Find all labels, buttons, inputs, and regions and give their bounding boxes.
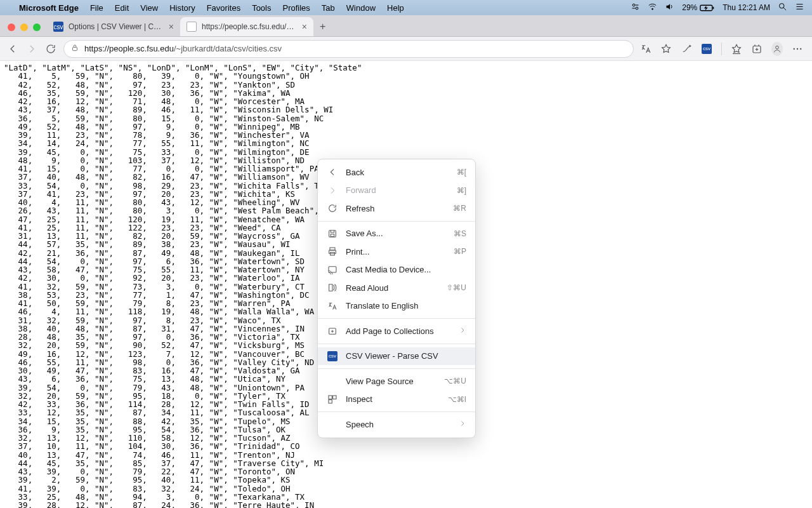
print-icon [327,246,338,257]
context-menu-item[interactable]: Back⌘[ [318,163,475,182]
refresh-icon [327,203,338,213]
context-menu-item[interactable]: Read Aloud⇧⌘U [318,279,475,297]
context-menu-separator [318,368,475,369]
save-icon [327,229,338,239]
context-menu-item[interactable]: Cast Media to Device... [318,261,475,279]
back-icon [327,167,338,177]
extension-icon-1[interactable] [681,43,692,55]
window-close-button[interactable] [8,23,15,31]
context-menu-separator [318,344,475,344]
context-menu-item[interactable]: Refresh⌘R [318,199,475,218]
menu-favorites[interactable]: Favorites [207,3,240,13]
window-controls [5,23,47,36]
context-menu-label: Refresh [346,204,445,213]
toggles-icon[interactable] [631,2,640,13]
new-tab-button[interactable]: + [313,21,332,36]
nav-forward-button[interactable] [25,43,38,55]
context-menu-label: Print... [346,247,446,257]
profile-avatar[interactable] [771,43,783,55]
lock-icon [70,43,79,54]
collections-icon[interactable] [751,43,763,55]
svg-rect-28 [329,266,336,272]
svg-point-22 [800,48,801,49]
context-menu-item[interactable]: Translate to English [318,297,475,316]
menu-edit[interactable]: Edit [115,3,129,13]
context-menu-label: Translate to English [346,301,466,311]
browser-tab[interactable]: csvOptions | CSV Viewer | CSV Vi…× [47,17,180,36]
svg-point-7 [780,4,785,9]
spotlight-icon[interactable] [778,2,787,13]
translate-icon[interactable] [640,43,652,55]
control-center-icon[interactable] [795,2,804,13]
context-menu-label: CSV Viewer - Parse CSV [346,351,466,361]
menu-profiles[interactable]: Profiles [283,3,310,13]
context-menu-item[interactable]: Speech [318,415,475,434]
svg-rect-34 [329,399,332,403]
context-menu-label: Add Page to Collections [346,326,451,336]
context-menu-label: Speech [346,420,451,429]
svg-point-2 [636,7,638,10]
csv-favicon-icon: csv [53,22,63,32]
context-menu-item: Forward⌘] [318,182,475,200]
tab-close-button[interactable]: × [302,22,307,32]
clock[interactable]: Thu 12:21 AM [723,3,770,12]
volume-icon[interactable] [665,2,674,13]
context-menu-item[interactable]: csvCSV Viewer - Parse CSV [318,347,475,366]
translate-icon [327,301,338,311]
browser-toolbar: https://people.sc.fsu.edu/~jburkardt/dat… [0,37,812,61]
favorites-bar-icon[interactable] [731,43,742,55]
menu-history[interactable]: History [169,3,195,13]
address-bar[interactable]: https://people.sc.fsu.edu/~jburkardt/dat… [63,40,634,58]
svg-rect-33 [333,396,336,399]
inspect-icon [327,394,338,404]
context-menu-shortcut: ⇧⌘U [447,283,466,292]
context-menu-item[interactable]: Inspect⌥⌘I [318,391,475,409]
menu-help[interactable]: Help [387,3,404,13]
menu-file[interactable]: File [90,3,103,13]
context-menu-shortcut: ⌘[ [457,168,466,177]
collect-icon [327,326,338,336]
menu-tools[interactable]: Tools [252,3,271,13]
menu-view[interactable]: View [140,3,158,13]
extension-csv-icon[interactable]: csv [701,43,712,55]
context-menu-shortcut: ⌘P [454,247,466,256]
context-menu-label: Forward [346,185,449,195]
battery-status[interactable]: 29% [682,3,715,13]
wifi-icon[interactable] [648,2,657,13]
tab-close-button[interactable]: × [169,22,174,32]
menu-tab[interactable]: Tab [322,3,335,13]
menu-window[interactable]: Window [346,3,376,13]
favorite-star-icon[interactable] [660,43,672,55]
context-menu-separator [318,318,475,319]
svg-line-8 [783,8,786,10]
context-menu-separator [318,221,475,222]
page-favicon-icon [187,22,197,32]
context-menu: Back⌘[Forward⌘]Refresh⌘RSave As...⌘SPrin… [317,159,476,438]
svg-point-20 [794,48,795,49]
context-menu-item[interactable]: Save As...⌘S [318,225,475,243]
nav-refresh-button[interactable] [44,43,57,55]
app-name[interactable]: Microsoft Edge [19,3,79,13]
tab-strip: csvOptions | CSV Viewer | CSV Vi…×https:… [0,15,812,37]
overflow-menu-icon[interactable] [792,43,803,55]
context-menu-item[interactable]: Print...⌘P [318,243,475,261]
context-menu-item[interactable]: Add Page to Collections [318,322,475,340]
svg-point-19 [776,46,779,49]
svg-rect-32 [329,396,332,399]
context-menu-label: Back [346,168,449,177]
read-icon [327,283,338,293]
svg-rect-24 [331,234,334,236]
context-menu-shortcut: ⌥⌘U [444,377,466,385]
context-menu-label: Read Aloud [346,283,439,293]
svg-point-4 [652,8,653,10]
tab-title: https://people.sc.fsu.edu/~jbu… [202,22,297,31]
svg-rect-23 [329,230,336,237]
nav-back-button[interactable] [6,43,19,55]
window-minimize-button[interactable] [20,23,28,31]
window-maximize-button[interactable] [33,23,41,31]
context-menu-label: View Page Source [346,377,436,386]
context-menu-item[interactable]: View Page Source⌥⌘U [318,372,475,391]
battery-percent: 29% [682,3,697,12]
browser-tab[interactable]: https://people.sc.fsu.edu/~jbu…× [180,17,313,36]
chevron-right-icon [459,326,466,336]
